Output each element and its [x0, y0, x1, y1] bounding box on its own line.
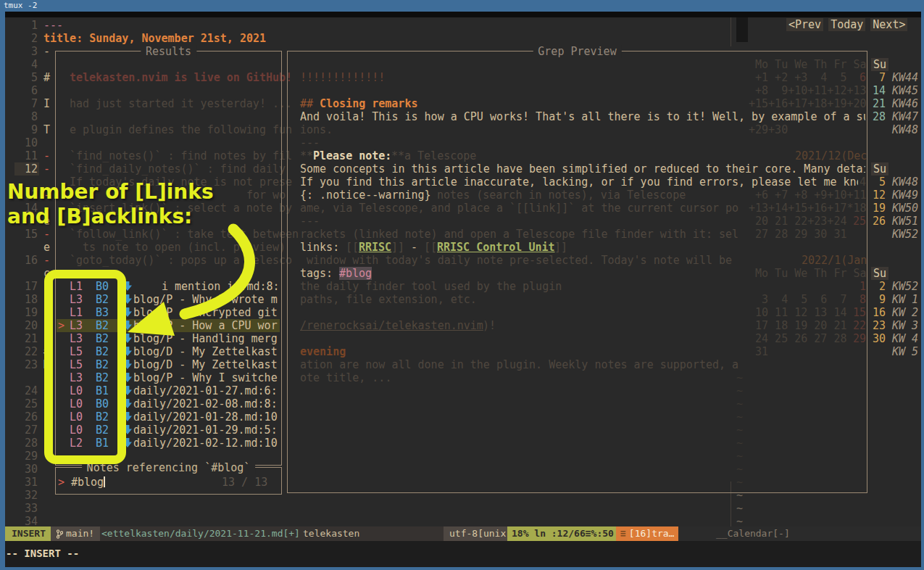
line-number: 19 — [17, 306, 38, 319]
calendar-week-number: KW49 — [892, 189, 918, 202]
statusline: INSERT main! <ettelkasten/daily/2021-11-… — [0, 526, 924, 541]
calendar-day[interactable]: 21 — [873, 97, 886, 110]
calendar-week-number: KW 2 — [892, 306, 918, 319]
line-number-current: 12 — [14, 162, 39, 175]
calendar-week-number: KW51 — [892, 215, 918, 228]
calendar-week-number: KW50 — [892, 202, 918, 215]
calendar-statusline-label: __Calendar[-] — [716, 526, 790, 541]
calendar-week-number: KW 1 — [892, 293, 918, 306]
calendar-day[interactable]: 5 — [873, 175, 886, 189]
encoding: utf-8[unix] — [444, 526, 517, 541]
calendar-nav: <Prev Today Next> — [786, 18, 907, 31]
buffer-title-text: title: Sunday, November 21st, 2021 — [43, 32, 266, 45]
calendar-week-number: KW 3 — [892, 319, 918, 332]
prev-button[interactable]: <Prev — [786, 18, 823, 31]
line-number: 32 — [17, 489, 38, 502]
frame-left — [0, 12, 5, 570]
calendar-week-number: KW45 — [892, 84, 918, 97]
line-number: 4 — [17, 58, 38, 71]
line-number: 27 — [17, 424, 38, 437]
line-number: 11 — [17, 149, 38, 162]
line-number: 29 — [17, 450, 38, 463]
annotation-text-line2: and [B]acklinks: — [7, 205, 192, 228]
annotation-highlight-box — [44, 270, 126, 464]
git-branch-icon — [57, 529, 63, 539]
line-number: 18 — [17, 293, 38, 306]
buffer-text: # — [43, 71, 50, 84]
line-number: 33 — [17, 502, 38, 515]
calendar-day[interactable]: 19 — [873, 202, 886, 215]
line-number: 26 — [17, 410, 38, 424]
line-number: 23 — [17, 358, 38, 371]
buffer-text: - — [43, 45, 50, 58]
preview-title: Grep Preview — [533, 45, 621, 58]
calendar-week-number: KW47 — [892, 110, 918, 123]
line-number: 3 — [17, 45, 38, 58]
annotation-text-line1: Number of [L]inks — [7, 180, 214, 204]
calendar-week-number: KW52 — [892, 280, 918, 293]
prompt-window[interactable]: Notes referencing `#blog` — [55, 467, 282, 495]
frame-right — [921, 12, 924, 570]
next-button[interactable]: Next> — [870, 18, 907, 31]
mode-indicator: INSERT — [5, 526, 52, 541]
frame-bottom — [0, 567, 924, 570]
screen-row: 33~ — [0, 502, 924, 515]
line-number: 24 — [17, 384, 38, 397]
screen-row: 1--- — [0, 19, 924, 32]
calendar-week-number: KW44 — [892, 71, 918, 84]
calendar-day[interactable]: 2 — [873, 280, 886, 293]
line-number: 31 — [17, 476, 38, 489]
buffer-text: - — [43, 149, 50, 162]
calendar-day[interactable]: 16 — [873, 306, 886, 319]
line-number: 6 — [17, 84, 38, 97]
results-title: Results — [141, 45, 196, 58]
calendar-day[interactable]: 30 — [873, 332, 886, 345]
calendar-day[interactable]: 14 — [873, 84, 886, 97]
calendar-week-number: KW48 — [892, 123, 918, 136]
tmux-titlebar: tmux -2 — [0, 0, 924, 12]
calendar-sunday-header: Su — [871, 267, 888, 280]
empty-line-tilde: ~ — [736, 502, 743, 515]
tmux-title: tmux -2 — [4, 1, 37, 10]
git-branch-label: main! — [66, 526, 94, 541]
message-line: -- INSERT -- — [0, 541, 924, 567]
git-branch: main! — [51, 526, 100, 541]
tmux-window: tmux -2 1---2title: Sunday, November 21s… — [0, 0, 924, 570]
trailing-icon: ≡ — [620, 528, 626, 539]
buffer-text: - — [43, 254, 50, 267]
calendar-sunday-header: Su — [871, 58, 888, 71]
today-button[interactable]: Today — [828, 18, 865, 31]
neovim-screen: 1---2title: Sunday, November 21st, 20213… — [0, 12, 924, 570]
calendar-day[interactable]: 23 — [873, 319, 886, 332]
line-number: 1 — [17, 19, 38, 32]
trailing-label: [16]tra… — [629, 528, 675, 539]
position-indicator: 18% ln :12/66≡%:50 — [507, 526, 618, 541]
calendar-day[interactable]: 28 — [873, 110, 886, 123]
line-number: 17 — [17, 280, 38, 293]
line-number: 16 — [17, 254, 38, 267]
calendar-week-number: KW52 — [892, 228, 918, 241]
buffer-text: - — [43, 228, 50, 241]
preview-window: Grep Preview — [287, 51, 867, 493]
calendar-day[interactable]: 12 — [873, 189, 886, 202]
calendar-week-number: KW 5 — [892, 345, 918, 358]
calendar-week-number: KW48 — [892, 175, 918, 189]
filename: <ettelkasten/daily/2021-11-21.md[+] — [101, 526, 300, 541]
calendar-day[interactable]: 7 — [873, 71, 886, 84]
line-number: 8 — [17, 110, 38, 123]
calendar-week-number: KW 4 — [892, 332, 918, 345]
line-number: 10 — [17, 136, 38, 149]
line-number: 15 — [17, 228, 38, 241]
buffer-text: - — [43, 162, 50, 175]
line-number: 5 — [17, 71, 38, 84]
calendar-sunday-header: Su — [871, 162, 888, 175]
plugin-name: telekasten — [303, 526, 359, 541]
calendar-statusline — [673, 526, 924, 541]
line-number: 9 — [17, 123, 38, 136]
line-number: 28 — [17, 437, 38, 450]
trailing-warning: ≡[16]tra… — [616, 526, 678, 541]
line-number: 2 — [17, 32, 38, 45]
calendar-day[interactable]: 9 — [873, 293, 886, 306]
calendar-day[interactable]: 26 — [873, 215, 886, 228]
buffer-text: --- — [43, 19, 63, 32]
